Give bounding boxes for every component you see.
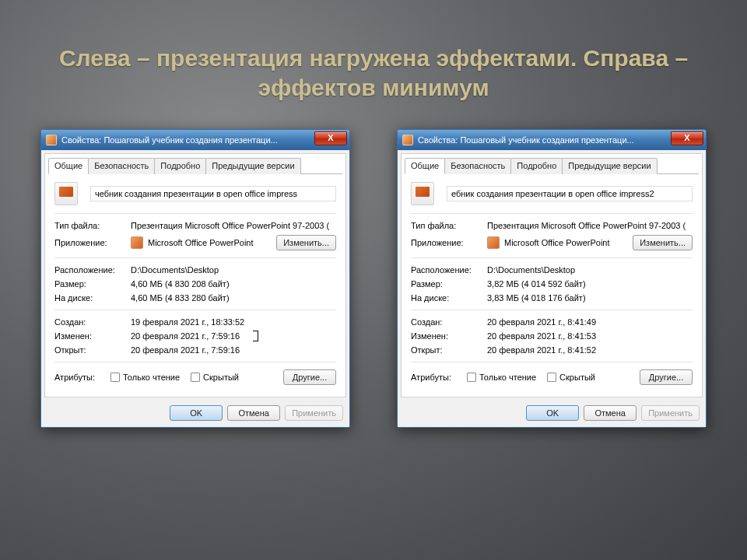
filename-field[interactable]: чебник создания презентации в open offic… bbox=[90, 186, 336, 201]
window-title: Свойства: Пошаговый учебник создания пре… bbox=[61, 135, 314, 145]
label-attributes: Атрибуты: bbox=[54, 373, 110, 382]
value-location: D:\Documents\Desktop bbox=[131, 265, 336, 275]
checkbox-hidden[interactable]: Скрытый bbox=[547, 373, 595, 382]
tab-details[interactable]: Подробно bbox=[154, 158, 206, 174]
label-location: Расположение: bbox=[411, 265, 487, 275]
checkbox-hidden[interactable]: Скрытый bbox=[191, 373, 239, 382]
label-filetype: Тип файла: bbox=[411, 221, 487, 230]
titlebar-app-icon bbox=[402, 135, 413, 145]
value-modified: 20 февраля 2021 г., 8:41:53 bbox=[487, 331, 693, 341]
dialog-body: Общие Безопасность Подробно Предыдущие в… bbox=[401, 153, 703, 397]
value-application: Microsoft Office PowerPoint bbox=[504, 238, 633, 247]
checkbox-hidden-label: Скрытый bbox=[559, 373, 595, 382]
checkbox-readonly[interactable]: Только чтение bbox=[110, 373, 180, 382]
properties-dialog-left: Свойства: Пошаговый учебник создания пре… bbox=[40, 129, 350, 428]
filename-field[interactable]: ебник создания презентации в open office… bbox=[447, 186, 693, 201]
text-cursor-icon bbox=[255, 331, 256, 341]
label-location: Расположение: bbox=[54, 265, 131, 275]
tab-security[interactable]: Безопасность bbox=[88, 158, 155, 174]
label-attributes: Атрибуты: bbox=[411, 373, 467, 382]
label-size: Размер: bbox=[54, 279, 131, 289]
ok-button[interactable]: OK bbox=[170, 405, 223, 421]
label-accessed: Открыт: bbox=[411, 345, 487, 355]
label-filetype: Тип файла: bbox=[54, 221, 131, 230]
value-accessed: 20 февраля 2021 г., 7:59:16 bbox=[131, 345, 336, 355]
value-ondisk: 4,60 МБ (4 833 280 байт) bbox=[131, 293, 336, 303]
tab-strip: Общие Безопасность Подробно Предыдущие в… bbox=[405, 157, 699, 174]
value-accessed: 20 февраля 2021 г., 8:41:52 bbox=[487, 345, 693, 355]
label-application: Приложение: bbox=[54, 238, 131, 247]
dialog-footer: OK Отмена Применить bbox=[41, 401, 349, 427]
label-ondisk: На диске: bbox=[411, 293, 487, 303]
apply-button[interactable]: Применить bbox=[285, 405, 343, 421]
value-filetype: Презентация Microsoft Office PowerPoint … bbox=[131, 221, 336, 230]
slide-title: Слева – презентация нагружена эффектами.… bbox=[0, 44, 747, 102]
other-attributes-button[interactable]: Другие... bbox=[283, 369, 336, 385]
label-created: Создан: bbox=[411, 317, 487, 327]
titlebar-app-icon bbox=[46, 135, 57, 145]
powerpoint-icon bbox=[487, 236, 500, 249]
apply-button[interactable]: Применить bbox=[641, 405, 700, 421]
label-accessed: Открыт: bbox=[54, 345, 131, 355]
label-application: Приложение: bbox=[411, 238, 487, 247]
value-size: 3,82 МБ (4 014 592 байт) bbox=[487, 279, 693, 289]
value-modified: 20 февраля 2021 г., 7:59:16 bbox=[131, 331, 336, 341]
tab-content-general: ебник создания презентации в open office… bbox=[405, 174, 699, 390]
change-app-button[interactable]: Изменить... bbox=[276, 235, 336, 250]
tab-previous-versions[interactable]: Предыдущие версии bbox=[562, 158, 657, 174]
value-size: 4,60 МБ (4 830 208 байт) bbox=[131, 279, 336, 289]
tab-security[interactable]: Безопасность bbox=[444, 158, 511, 174]
value-created: 19 февраля 2021 г., 18:33:52 bbox=[131, 317, 336, 327]
checkbox-hidden-label: Скрытый bbox=[203, 373, 239, 382]
label-created: Создан: bbox=[54, 317, 131, 327]
cancel-button[interactable]: Отмена bbox=[584, 405, 637, 421]
label-modified: Изменен: bbox=[411, 331, 487, 341]
other-attributes-button[interactable]: Другие... bbox=[640, 369, 693, 385]
tab-content-general: чебник создания презентации в open offic… bbox=[48, 174, 342, 390]
powerpoint-icon bbox=[131, 236, 143, 249]
dialogs-container: Свойства: Пошаговый учебник создания пре… bbox=[0, 129, 747, 428]
file-type-icon bbox=[411, 182, 434, 205]
file-type-icon bbox=[54, 182, 78, 205]
tab-general[interactable]: Общие bbox=[48, 158, 89, 174]
close-button[interactable]: X bbox=[671, 131, 703, 145]
tab-general[interactable]: Общие bbox=[405, 158, 445, 174]
tab-details[interactable]: Подробно bbox=[510, 158, 563, 174]
value-created: 20 февраля 2021 г., 8:41:49 bbox=[487, 317, 693, 327]
label-ondisk: На диске: bbox=[54, 293, 131, 303]
value-ondisk: 3,83 МБ (4 018 176 байт) bbox=[487, 293, 693, 303]
value-location: D:\Documents\Desktop bbox=[487, 265, 693, 275]
dialog-footer: OK Отмена Применить bbox=[398, 401, 706, 427]
properties-dialog-right: Свойства: Пошаговый учебник создания пре… bbox=[397, 129, 707, 428]
label-modified: Изменен: bbox=[54, 331, 131, 341]
change-app-button[interactable]: Изменить... bbox=[633, 235, 693, 250]
tab-strip: Общие Безопасность Подробно Предыдущие в… bbox=[48, 157, 342, 174]
titlebar[interactable]: Свойства: Пошаговый учебник создания пре… bbox=[41, 130, 349, 150]
ok-button[interactable]: OK bbox=[526, 405, 579, 421]
titlebar[interactable]: Свойства: Пошаговый учебник создания пре… bbox=[398, 130, 706, 150]
tab-previous-versions[interactable]: Предыдущие версии bbox=[205, 158, 300, 174]
checkbox-readonly-label: Только чтение bbox=[479, 373, 536, 382]
value-application: Microsoft Office PowerPoint bbox=[148, 238, 276, 247]
close-button[interactable]: X bbox=[314, 131, 347, 145]
dialog-body: Общие Безопасность Подробно Предыдущие в… bbox=[44, 153, 346, 397]
window-title: Свойства: Пошаговый учебник создания пре… bbox=[418, 135, 671, 145]
checkbox-readonly-label: Только чтение bbox=[123, 373, 180, 382]
checkbox-readonly[interactable]: Только чтение bbox=[467, 373, 536, 382]
label-size: Размер: bbox=[411, 279, 487, 289]
value-filetype: Презентация Microsoft Office PowerPoint … bbox=[487, 221, 693, 230]
cancel-button[interactable]: Отмена bbox=[227, 405, 280, 421]
